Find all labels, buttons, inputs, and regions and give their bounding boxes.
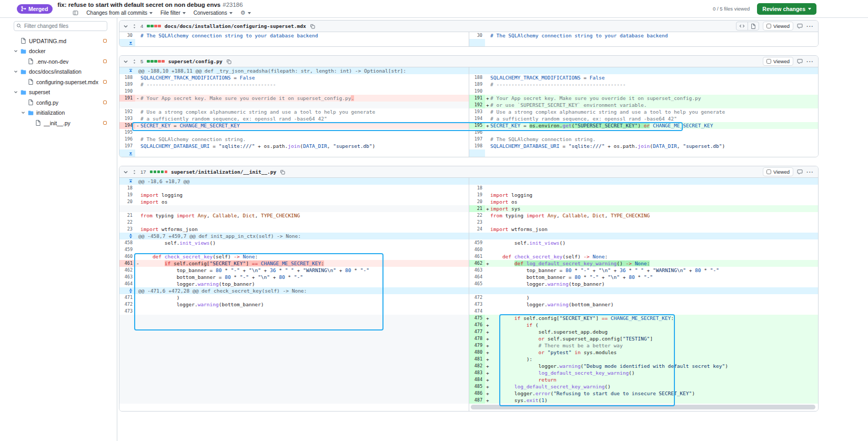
line-number[interactable]: 193	[119, 115, 135, 122]
viewed-checkbox[interactable]: Viewed	[763, 57, 793, 66]
collapse-file-chevron-icon[interactable]	[123, 24, 128, 29]
expand-collapse-all-icon[interactable]	[132, 169, 137, 175]
line-number[interactable]: 197	[119, 143, 135, 149]
line-number[interactable]: 18	[469, 185, 485, 192]
line-number[interactable]: 473	[119, 308, 135, 315]
pr-number[interactable]: #23186	[223, 2, 243, 8]
kebab-menu-icon[interactable]: ···	[806, 169, 814, 175]
line-number[interactable]: 461	[119, 260, 135, 267]
line-number[interactable]: 465	[469, 280, 485, 287]
line-number[interactable]: 463	[119, 274, 135, 280]
line-number[interactable]: 198	[469, 143, 485, 149]
line-number[interactable]: 462	[469, 260, 485, 267]
review-changes-button[interactable]: Review changes	[757, 3, 816, 15]
line-number[interactable]: 480	[469, 349, 485, 356]
line-number[interactable]: 464	[119, 280, 135, 287]
line-number[interactable]: 21	[119, 212, 135, 219]
line-number[interactable]: 189	[469, 81, 485, 88]
line-number[interactable]: 459	[119, 246, 135, 253]
kebab-menu-icon[interactable]: ···	[806, 59, 814, 64]
expand-collapse-all-icon[interactable]	[132, 24, 137, 29]
tree-file-row[interactable]: __init__.py	[14, 118, 107, 128]
line-number[interactable]: 22	[119, 219, 135, 226]
line-number[interactable]: 479	[469, 342, 485, 349]
tree-file-row[interactable]: .env-non-dev	[14, 56, 107, 67]
line-number[interactable]: 477	[469, 328, 485, 335]
line-number[interactable]: 196	[119, 136, 135, 143]
kebab-menu-icon[interactable]: ···	[806, 24, 814, 29]
file-filter-dropdown[interactable]: File filter	[160, 10, 186, 16]
expand-hunk-button[interactable]	[119, 233, 135, 239]
collapse-file-chevron-icon[interactable]	[123, 59, 128, 64]
line-number[interactable]: 485	[469, 383, 485, 390]
comment-icon[interactable]	[797, 58, 803, 64]
line-number[interactable]: 190	[469, 88, 485, 95]
expand-hunk-button[interactable]	[119, 67, 135, 74]
copy-path-icon[interactable]	[226, 59, 231, 64]
expand-hunk-button[interactable]	[119, 178, 135, 185]
line-number[interactable]: 486	[469, 390, 485, 397]
line-number[interactable]: 483	[469, 369, 485, 376]
filter-changed-files-input[interactable]	[14, 21, 107, 31]
line-number[interactable]: 460	[469, 246, 485, 253]
line-number[interactable]: 22	[469, 212, 485, 219]
line-number[interactable]: 482	[469, 363, 485, 369]
line-number[interactable]: 188	[469, 74, 485, 81]
line-number[interactable]: 484	[469, 376, 485, 383]
viewed-checkbox[interactable]: Viewed	[763, 22, 793, 31]
viewed-checkbox-input[interactable]	[766, 59, 771, 64]
tree-file-row[interactable]: config.py	[14, 97, 107, 108]
line-number[interactable]: 191	[469, 95, 485, 102]
line-number[interactable]: 30	[119, 32, 135, 39]
line-number[interactable]: 189	[119, 81, 135, 88]
line-number[interactable]: 20	[469, 198, 485, 205]
tree-folder-row[interactable]: initialization	[14, 108, 107, 118]
viewed-checkbox-input[interactable]	[766, 24, 771, 28]
line-number[interactable]: 18	[119, 185, 135, 192]
copy-path-icon[interactable]	[310, 24, 315, 29]
line-number[interactable]: 461	[469, 253, 485, 260]
line-number[interactable]: 23	[469, 219, 485, 226]
comment-icon[interactable]	[797, 23, 803, 29]
comment-icon[interactable]	[797, 169, 803, 175]
line-number[interactable]: 472	[469, 294, 485, 301]
line-number[interactable]: 487	[469, 397, 485, 404]
line-number[interactable]: 478	[469, 335, 485, 342]
line-number[interactable]: 19	[119, 192, 135, 198]
line-number[interactable]: 23	[119, 226, 135, 233]
line-number[interactable]: 481	[469, 356, 485, 363]
line-number[interactable]: 464	[469, 274, 485, 280]
line-number[interactable]: 473	[469, 301, 485, 308]
line-number[interactable]: 30	[469, 32, 485, 39]
line-number[interactable]: 19	[469, 192, 485, 198]
line-number[interactable]: 193	[469, 108, 485, 115]
viewed-checkbox[interactable]: Viewed	[763, 167, 793, 176]
rich-view-icon[interactable]	[748, 22, 759, 30]
line-number[interactable]: 197	[469, 136, 485, 143]
line-number[interactable]: 475	[469, 315, 485, 322]
expand-down-button[interactable]	[119, 149, 135, 157]
line-number[interactable]: 472	[119, 301, 135, 308]
tree-folder-row[interactable]: docs/docs/installation	[14, 67, 107, 77]
tree-file-row[interactable]: configuring-superset.mdx	[14, 77, 107, 87]
line-number[interactable]: 474	[469, 308, 485, 315]
tree-file-row[interactable]: UPDATING.md	[14, 36, 107, 46]
line-number[interactable]: 462	[119, 267, 135, 274]
expand-collapse-all-icon[interactable]	[132, 59, 137, 64]
viewed-checkbox-input[interactable]	[766, 169, 771, 174]
conversations-dropdown[interactable]: Conversations	[194, 10, 233, 16]
commits-dropdown[interactable]: Changes from all commits	[86, 10, 153, 16]
line-number[interactable]: 196	[469, 129, 485, 136]
line-number[interactable]: 20	[119, 198, 135, 205]
line-number[interactable]: 190	[119, 88, 135, 95]
line-number[interactable]: 194	[119, 122, 135, 129]
line-number[interactable]: 192	[119, 108, 135, 115]
line-number[interactable]: 194	[469, 115, 485, 122]
diff-settings-button[interactable]: ⚙	[240, 11, 251, 16]
line-number[interactable]: 21	[469, 205, 485, 212]
line-number[interactable]: 24	[469, 226, 485, 233]
line-number[interactable]: 191	[119, 95, 135, 102]
line-number[interactable]: 458	[119, 239, 135, 246]
line-number[interactable]: 476	[469, 322, 485, 328]
line-number[interactable]: 471	[119, 294, 135, 301]
